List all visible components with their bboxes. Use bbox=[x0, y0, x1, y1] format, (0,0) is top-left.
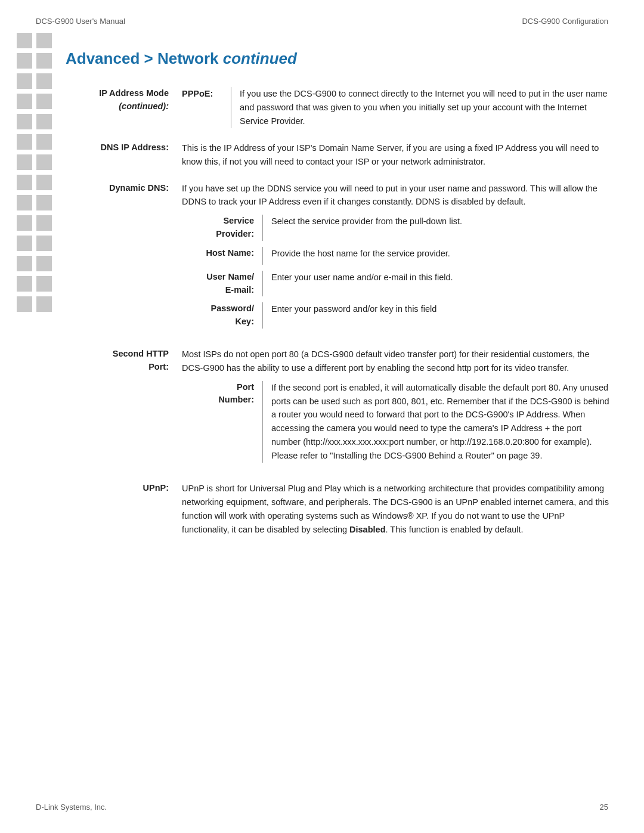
second-http-port-label: Second HTTPPort: bbox=[66, 348, 182, 374]
pppoe-row: PPPoE: If you use the DCS-G900 to connec… bbox=[182, 87, 611, 128]
pppoe-label: PPPoE: bbox=[182, 87, 222, 101]
ip-address-mode-body: PPPoE: If you use the DCS-G900 to connec… bbox=[182, 87, 611, 128]
second-http-port-body: Most ISPs do not open port 80 (a DCS-G90… bbox=[182, 348, 611, 469]
pppoe-divider bbox=[231, 87, 231, 128]
upnp-section: UPnP: UPnP is short for Universal Plug a… bbox=[66, 479, 611, 537]
sidebar-decoration bbox=[17, 33, 52, 312]
dns-ip-label: DNS IP Address: bbox=[66, 141, 182, 154]
username-email-label: User Name/E-mail: bbox=[182, 271, 262, 297]
service-provider-label: ServiceProvider: bbox=[182, 215, 262, 241]
password-key-label: Password/Key: bbox=[182, 302, 262, 329]
host-name-row: Host Name: Provide the host name for the… bbox=[182, 247, 611, 265]
header-left: DCS-G900 User's Manual bbox=[36, 17, 125, 26]
port-number-row: PortNumber: If the second port is enable… bbox=[182, 381, 611, 463]
service-provider-divider bbox=[262, 215, 263, 241]
host-name-label: Host Name: bbox=[182, 247, 262, 260]
second-http-port-section: Second HTTPPort: Most ISPs do not open p… bbox=[66, 345, 611, 469]
service-provider-row: ServiceProvider: Select the service prov… bbox=[182, 215, 611, 241]
page-footer: D-Link Systems, Inc. 25 bbox=[0, 793, 644, 821]
host-name-divider bbox=[262, 247, 263, 265]
ip-address-mode-section: IP Address Mode(continued): PPPoE: If yo… bbox=[66, 85, 611, 128]
page-header: DCS-G900 User's Manual DCS-G900 Configur… bbox=[0, 0, 644, 32]
username-email-row: User Name/E-mail: Enter your user name a… bbox=[182, 271, 611, 297]
username-email-divider bbox=[262, 271, 263, 297]
password-key-divider bbox=[262, 302, 263, 329]
password-key-row: Password/Key: Enter your password and/or… bbox=[182, 302, 611, 329]
dynamic-dns-section: Dynamic DNS: If you have set up the DDNS… bbox=[66, 179, 611, 335]
dynamic-dns-body: If you have set up the DDNS service you … bbox=[182, 182, 611, 335]
footer-right: 25 bbox=[600, 803, 608, 812]
port-number-content: If the second port is enabled, it will a… bbox=[271, 381, 611, 463]
upnp-body: UPnP is short for Universal Plug and Pla… bbox=[182, 482, 611, 537]
header-right: DCS-G900 Configuration bbox=[522, 17, 608, 26]
password-key-content: Enter your password and/or key in this f… bbox=[271, 302, 611, 316]
service-provider-content: Select the service provider from the pul… bbox=[271, 215, 611, 228]
main-content: Advanced > Network continued IP Address … bbox=[66, 32, 611, 537]
dns-ip-body: This is the IP Address of your ISP's Dom… bbox=[182, 141, 611, 169]
username-email-content: Enter your user name and/or e-mail in th… bbox=[271, 271, 611, 284]
dynamic-dns-label: Dynamic DNS: bbox=[66, 182, 182, 195]
page-title-text: Advanced > Network continued bbox=[66, 49, 297, 67]
dns-ip-section: DNS IP Address: This is the IP Address o… bbox=[66, 139, 611, 169]
footer-left: D-Link Systems, Inc. bbox=[36, 803, 107, 812]
upnp-label: UPnP: bbox=[66, 482, 182, 495]
ip-address-mode-label: IP Address Mode(continued): bbox=[66, 87, 182, 113]
pppoe-text: If you use the DCS-G900 to connect direc… bbox=[240, 87, 611, 128]
page-title: Advanced > Network continued bbox=[66, 49, 611, 68]
host-name-content: Provide the host name for the service pr… bbox=[271, 247, 611, 261]
port-number-label: PortNumber: bbox=[182, 381, 262, 407]
port-number-divider bbox=[262, 381, 263, 463]
